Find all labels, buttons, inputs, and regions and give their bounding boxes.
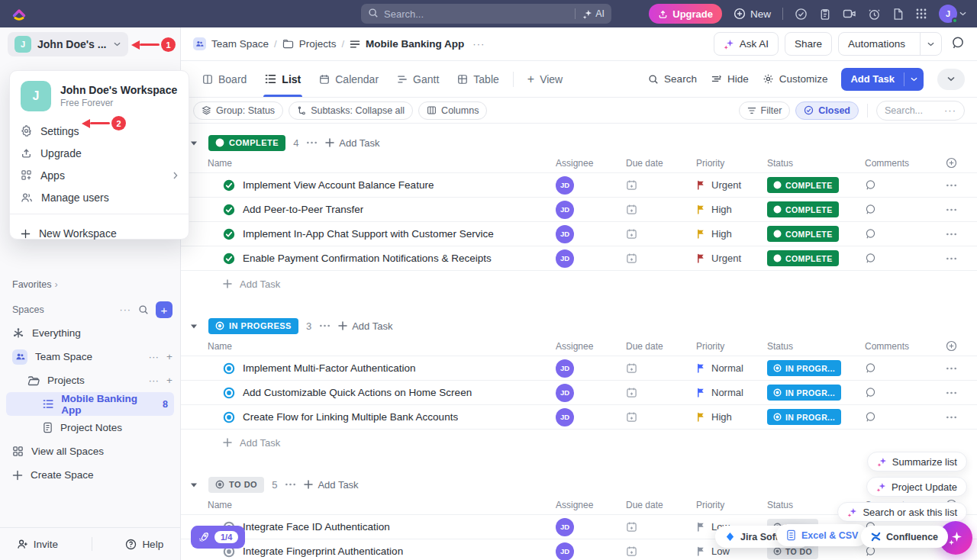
spaces-more-icon[interactable]: ··· [120,304,132,315]
menu-item-upgrade[interactable]: Upgrade [10,142,189,164]
group-more-icon[interactable] [306,141,318,144]
workspace-switcher[interactable]: J John Doe's ... [8,32,128,56]
priority-cell[interactable]: High [690,228,761,240]
task-title[interactable]: Create Flow for Linking Multiple Bank Ac… [243,411,458,423]
projects-add-icon[interactable]: + [166,375,173,386]
nav-ai-button[interactable]: AI [575,8,605,19]
spaces-search-icon[interactable] [138,304,149,315]
priority-cell[interactable]: High [690,411,761,423]
comments-bubble-icon[interactable] [951,36,965,52]
document-icon[interactable] [892,8,904,21]
group-add-task-button[interactable]: Add Task [338,320,392,332]
task-title[interactable]: Integrate Face ID Authentication [243,521,390,533]
sidebar-item-create-space[interactable]: Create Space [0,463,180,487]
confluence-toast[interactable]: Confluence [861,526,948,548]
tab-board[interactable]: Board [193,61,256,97]
team-space-more-icon[interactable]: ··· [149,351,160,362]
app-grid-icon[interactable] [915,8,927,20]
status-badge[interactable]: COMPLETE [767,226,839,242]
tab-calendar[interactable]: Calendar [310,61,388,97]
check-circle-icon[interactable] [795,8,808,21]
column-header-priority[interactable]: Priority [690,341,761,352]
new-button[interactable]: New [734,8,771,20]
task-row[interactable]: Implement Multi-Factor AuthenticationJDN… [181,356,977,381]
task-status-icon[interactable] [223,179,235,191]
task-row[interactable]: Enable Payment Confirmation Notification… [181,246,977,271]
projects-more-icon[interactable]: ··· [149,375,160,386]
hide-button[interactable]: Hide [711,73,749,85]
column-header-assignee[interactable]: Assignee [550,341,620,352]
due-date-cell[interactable] [620,546,690,557]
subtasks-pill[interactable]: Subtasks: Collapse all [289,101,413,120]
comments-cell[interactable] [859,228,925,240]
comments-cell[interactable] [859,253,925,264]
tab-table[interactable]: Table [448,61,508,97]
group-by-pill[interactable]: Group: Status [193,101,283,120]
add-column-icon[interactable] [925,157,977,169]
column-header-status[interactable]: Status [761,341,859,352]
task-title[interactable]: Enable Payment Confirmation Notification… [243,253,492,264]
automations-chevron[interactable] [920,33,941,55]
add-column-icon[interactable] [925,340,977,352]
priority-cell[interactable]: Urgent [690,253,761,264]
group-status-chip[interactable]: COMPLETE [208,135,285,151]
assignee-avatar[interactable]: JD [556,201,574,219]
group-more-icon[interactable] [285,483,296,486]
help-button[interactable]: Help [125,539,163,550]
task-row[interactable]: Implement View Account Balance FeatureJD… [181,173,977,198]
task-status-icon[interactable] [223,204,235,216]
add-view-button[interactable]: +View [518,61,572,97]
sidebar-item-everything[interactable]: Everything [0,321,180,345]
more-options-icon[interactable]: ··· [944,105,956,116]
status-badge[interactable]: COMPLETE [767,250,839,266]
priority-cell[interactable]: Urgent [690,179,761,191]
column-header-priority[interactable]: Priority [690,158,761,169]
comments-cell[interactable] [859,204,925,215]
group-status-chip[interactable]: TO DO [208,477,264,493]
excel-csv-toast[interactable]: Excel & CSV [776,524,868,546]
task-row[interactable]: Implement In-App Chat Support with Custo… [181,222,977,246]
row-menu-button[interactable] [925,233,977,236]
column-header-priority[interactable]: Priority [690,500,761,510]
breadcrumb-current-list[interactable]: Mobile Banking App [350,38,464,50]
task-status-icon[interactable] [223,228,235,240]
due-date-cell[interactable] [620,521,690,533]
group-add-task-button[interactable]: Add Task [325,137,379,149]
task-title[interactable]: Integrate Fingerprint Authentication [243,546,403,557]
due-date-cell[interactable] [620,204,690,215]
task-status-icon[interactable] [223,362,235,375]
assignee-avatar[interactable]: JD [556,518,574,536]
sidebar-item-mobile-banking-app[interactable]: Mobile Banking App 8 [6,392,174,416]
list-filter-search-input[interactable] [885,105,938,116]
collapse-toolbar-button[interactable] [937,69,965,90]
assignee-avatar[interactable]: JD [556,408,574,426]
priority-cell[interactable]: High [690,204,761,215]
task-title[interactable]: Implement In-App Chat Support with Custo… [243,228,494,240]
collapse-group-icon[interactable] [187,482,201,488]
task-status-icon[interactable] [223,253,235,265]
task-title[interactable]: Add Customizable Quick Actions on Home S… [243,387,472,398]
column-header-name[interactable]: Name [181,158,550,169]
clipboard-icon[interactable] [819,8,831,21]
group-add-task-button[interactable]: Add Task [304,479,358,491]
row-menu-button[interactable] [925,184,977,187]
task-title[interactable]: Implement Multi-Factor Authentication [243,362,416,374]
task-row[interactable]: Add Peer-to-Peer TransferJDHighCOMPLETE [181,198,977,222]
due-date-cell[interactable] [620,411,690,423]
group-status-chip[interactable]: IN PROGRESS [208,318,298,334]
column-header-status[interactable]: Status [761,158,859,169]
breadcrumb-more-icon[interactable]: ··· [472,38,485,50]
priority-cell[interactable]: Normal [690,387,761,398]
due-date-cell[interactable] [620,362,690,374]
global-search-input[interactable] [384,8,569,20]
comments-cell[interactable] [859,387,925,398]
assignee-avatar[interactable]: JD [556,384,574,402]
column-header-due-date[interactable]: Due date [620,341,690,352]
tab-gantt[interactable]: Gantt [388,61,448,97]
project-update-button[interactable]: Project Update [866,477,967,497]
column-header-due-date[interactable]: Due date [620,500,690,510]
sidebar-item-view-all-spaces[interactable]: View all Spaces [0,439,180,463]
tab-list[interactable]: List [256,61,310,97]
summarize-list-button[interactable]: Summarize list [867,452,967,471]
task-row[interactable]: Create Flow for Linking Multiple Bank Ac… [181,405,977,430]
